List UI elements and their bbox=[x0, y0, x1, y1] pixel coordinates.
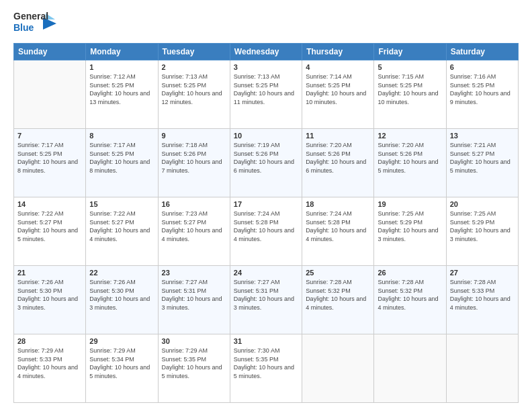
weekday-header: Wednesday bbox=[230, 44, 302, 60]
day-info: Sunrise: 7:17 AMSunset: 5:25 PMDaylight:… bbox=[17, 141, 82, 175]
day-number: 11 bbox=[306, 132, 370, 140]
day-number: 24 bbox=[234, 269, 298, 277]
calendar-cell: 22Sunrise: 7:26 AMSunset: 5:30 PMDayligh… bbox=[86, 266, 158, 334]
day-info: Sunrise: 7:13 AMSunset: 5:25 PMDaylight:… bbox=[234, 73, 298, 106]
calendar-cell: 23Sunrise: 7:27 AMSunset: 5:31 PMDayligh… bbox=[158, 266, 230, 334]
calendar-cell: 1Sunrise: 7:12 AMSunset: 5:25 PMDaylight… bbox=[86, 60, 158, 129]
day-info: Sunrise: 7:28 AMSunset: 5:33 PMDaylight:… bbox=[450, 278, 515, 312]
day-info: Sunrise: 7:13 AMSunset: 5:25 PMDaylight:… bbox=[162, 73, 226, 106]
day-info: Sunrise: 7:26 AMSunset: 5:30 PMDaylight:… bbox=[17, 278, 82, 312]
day-number: 7 bbox=[17, 132, 82, 140]
day-info: Sunrise: 7:16 AMSunset: 5:25 PMDaylight:… bbox=[450, 73, 515, 106]
calendar-cell: 12Sunrise: 7:20 AMSunset: 5:26 PMDayligh… bbox=[374, 129, 446, 197]
day-number: 6 bbox=[450, 63, 515, 71]
logo: General Blue bbox=[13, 11, 56, 36]
calendar-cell: 3Sunrise: 7:13 AMSunset: 5:25 PMDaylight… bbox=[230, 60, 302, 129]
day-number: 22 bbox=[89, 269, 154, 277]
day-info: Sunrise: 7:29 AMSunset: 5:34 PMDaylight:… bbox=[89, 347, 154, 380]
day-number: 28 bbox=[17, 337, 82, 345]
day-info: Sunrise: 7:22 AMSunset: 5:27 PMDaylight:… bbox=[89, 210, 154, 243]
calendar-cell bbox=[302, 334, 374, 403]
calendar-cell: 30Sunrise: 7:29 AMSunset: 5:35 PMDayligh… bbox=[158, 334, 230, 403]
day-number: 31 bbox=[234, 337, 298, 345]
calendar-cell: 2Sunrise: 7:13 AMSunset: 5:25 PMDaylight… bbox=[158, 60, 230, 129]
day-number: 26 bbox=[378, 269, 442, 277]
day-number: 18 bbox=[306, 200, 370, 208]
day-number: 21 bbox=[17, 269, 82, 277]
day-number: 1 bbox=[89, 63, 154, 71]
weekday-header: Sunday bbox=[14, 44, 86, 60]
day-info: Sunrise: 7:24 AMSunset: 5:28 PMDaylight:… bbox=[306, 210, 370, 243]
day-info: Sunrise: 7:19 AMSunset: 5:26 PMDaylight:… bbox=[234, 141, 298, 175]
logo-general: General bbox=[13, 11, 42, 22]
day-info: Sunrise: 7:12 AMSunset: 5:25 PMDaylight:… bbox=[89, 73, 154, 106]
calendar-cell: 10Sunrise: 7:19 AMSunset: 5:26 PMDayligh… bbox=[230, 129, 302, 197]
day-number: 29 bbox=[89, 337, 154, 345]
calendar-table: SundayMondayTuesdayWednesdayThursdayFrid… bbox=[13, 43, 519, 403]
day-info: Sunrise: 7:20 AMSunset: 5:26 PMDaylight:… bbox=[306, 141, 370, 175]
day-number: 17 bbox=[234, 200, 298, 208]
day-number: 27 bbox=[450, 269, 515, 277]
day-number: 14 bbox=[17, 200, 82, 208]
day-number: 12 bbox=[378, 132, 442, 140]
day-number: 10 bbox=[234, 132, 298, 140]
day-number: 25 bbox=[306, 269, 370, 277]
calendar-cell: 11Sunrise: 7:20 AMSunset: 5:26 PMDayligh… bbox=[302, 129, 374, 197]
weekday-header: Monday bbox=[86, 44, 158, 60]
logo-container: General Blue bbox=[13, 11, 56, 36]
calendar-cell: 4Sunrise: 7:14 AMSunset: 5:25 PMDaylight… bbox=[302, 60, 374, 129]
calendar-cell bbox=[446, 334, 518, 403]
calendar-cell: 13Sunrise: 7:21 AMSunset: 5:27 PMDayligh… bbox=[446, 129, 518, 197]
calendar-cell: 24Sunrise: 7:27 AMSunset: 5:31 PMDayligh… bbox=[230, 266, 302, 334]
calendar-cell: 25Sunrise: 7:28 AMSunset: 5:32 PMDayligh… bbox=[302, 266, 374, 334]
calendar-cell: 20Sunrise: 7:25 AMSunset: 5:29 PMDayligh… bbox=[446, 197, 518, 266]
logo-graphic: General Blue bbox=[13, 11, 42, 36]
day-number: 23 bbox=[162, 269, 226, 277]
day-info: Sunrise: 7:26 AMSunset: 5:30 PMDaylight:… bbox=[89, 278, 154, 312]
calendar-cell bbox=[374, 334, 446, 403]
day-number: 5 bbox=[378, 63, 442, 71]
weekday-header: Saturday bbox=[446, 44, 518, 60]
calendar-cell: 7Sunrise: 7:17 AMSunset: 5:25 PMDaylight… bbox=[14, 129, 86, 197]
calendar-cell: 19Sunrise: 7:25 AMSunset: 5:29 PMDayligh… bbox=[374, 197, 446, 266]
day-number: 20 bbox=[450, 200, 515, 208]
calendar-cell bbox=[14, 60, 86, 129]
day-info: Sunrise: 7:23 AMSunset: 5:27 PMDaylight:… bbox=[162, 210, 226, 243]
day-info: Sunrise: 7:21 AMSunset: 5:27 PMDaylight:… bbox=[450, 141, 515, 175]
calendar-cell: 31Sunrise: 7:30 AMSunset: 5:35 PMDayligh… bbox=[230, 334, 302, 403]
day-number: 19 bbox=[378, 200, 442, 208]
calendar-cell: 14Sunrise: 7:22 AMSunset: 5:27 PMDayligh… bbox=[14, 197, 86, 266]
calendar-cell: 18Sunrise: 7:24 AMSunset: 5:28 PMDayligh… bbox=[302, 197, 374, 266]
calendar-cell: 9Sunrise: 7:18 AMSunset: 5:26 PMDaylight… bbox=[158, 129, 230, 197]
day-info: Sunrise: 7:29 AMSunset: 5:35 PMDaylight:… bbox=[162, 347, 226, 380]
day-number: 4 bbox=[306, 63, 370, 71]
calendar-cell: 16Sunrise: 7:23 AMSunset: 5:27 PMDayligh… bbox=[158, 197, 230, 266]
day-info: Sunrise: 7:27 AMSunset: 5:31 PMDaylight:… bbox=[234, 278, 298, 312]
day-number: 3 bbox=[234, 63, 298, 71]
calendar-cell: 21Sunrise: 7:26 AMSunset: 5:30 PMDayligh… bbox=[14, 266, 86, 334]
calendar-cell: 27Sunrise: 7:28 AMSunset: 5:33 PMDayligh… bbox=[446, 266, 518, 334]
day-number: 9 bbox=[162, 132, 226, 140]
day-info: Sunrise: 7:24 AMSunset: 5:28 PMDaylight:… bbox=[234, 210, 298, 243]
day-info: Sunrise: 7:14 AMSunset: 5:25 PMDaylight:… bbox=[306, 73, 370, 106]
day-info: Sunrise: 7:27 AMSunset: 5:31 PMDaylight:… bbox=[162, 278, 226, 312]
calendar-cell: 5Sunrise: 7:15 AMSunset: 5:25 PMDaylight… bbox=[374, 60, 446, 129]
header: General Blue bbox=[13, 11, 519, 36]
page: General Blue SundayMondayTuesdayWednesda… bbox=[0, 0, 532, 411]
day-info: Sunrise: 7:20 AMSunset: 5:26 PMDaylight:… bbox=[378, 141, 442, 175]
weekday-header: Friday bbox=[374, 44, 446, 60]
calendar-cell: 26Sunrise: 7:28 AMSunset: 5:32 PMDayligh… bbox=[374, 266, 446, 334]
day-info: Sunrise: 7:25 AMSunset: 5:29 PMDaylight:… bbox=[450, 210, 515, 243]
day-info: Sunrise: 7:25 AMSunset: 5:29 PMDaylight:… bbox=[378, 210, 442, 243]
day-info: Sunrise: 7:30 AMSunset: 5:35 PMDaylight:… bbox=[234, 347, 298, 380]
day-number: 13 bbox=[450, 132, 515, 140]
day-number: 2 bbox=[162, 63, 226, 71]
weekday-header: Tuesday bbox=[158, 44, 230, 60]
day-info: Sunrise: 7:22 AMSunset: 5:27 PMDaylight:… bbox=[17, 210, 82, 243]
day-info: Sunrise: 7:15 AMSunset: 5:25 PMDaylight:… bbox=[378, 73, 442, 106]
calendar-cell: 15Sunrise: 7:22 AMSunset: 5:27 PMDayligh… bbox=[86, 197, 158, 266]
logo-blue: Blue bbox=[13, 22, 42, 34]
day-info: Sunrise: 7:18 AMSunset: 5:26 PMDaylight:… bbox=[162, 141, 226, 175]
calendar-cell: 6Sunrise: 7:16 AMSunset: 5:25 PMDaylight… bbox=[446, 60, 518, 129]
day-info: Sunrise: 7:29 AMSunset: 5:33 PMDaylight:… bbox=[17, 347, 82, 380]
